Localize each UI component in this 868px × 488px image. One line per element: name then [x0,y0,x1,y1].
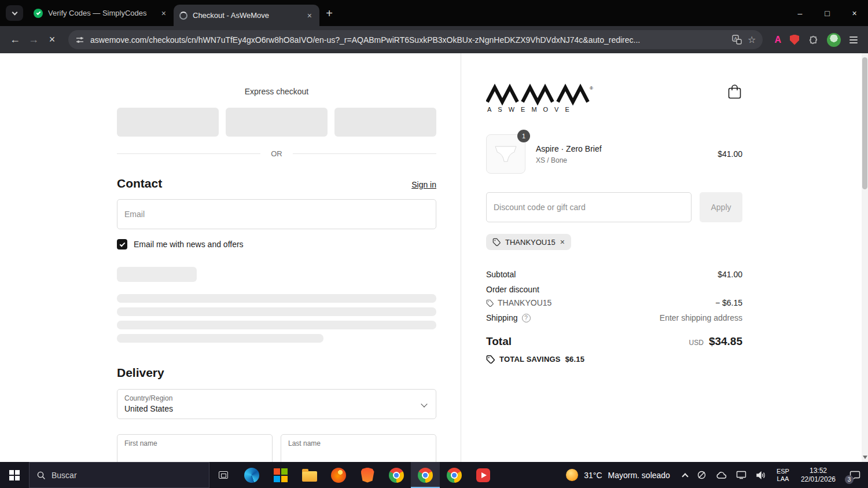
tab-search-button[interactable] [6,5,23,21]
checkout-form-column: Express checkout OR Contact Sign in [0,53,461,462]
tab-title: Verify Codes — SimplyCodes [48,9,155,17]
language-indicator[interactable]: ESP LAA [771,468,795,483]
date: 22/01/2026 [801,475,836,484]
extensions-puzzle-icon[interactable] [808,35,818,45]
discount-code-field[interactable] [486,192,692,222]
bookmark-star-icon[interactable]: ☆ [748,34,756,45]
search-icon [36,471,46,480]
forward-button[interactable]: → [24,31,43,49]
discount-chip-code: THANKYOU15 [505,238,556,247]
notification-count-badge: 3 [845,475,854,484]
taskbar-file-explorer-icon[interactable] [295,462,324,488]
discount-amount: − $6.15 [715,298,742,307]
email-field[interactable] [117,199,436,229]
sign-in-link[interactable]: Sign in [411,180,436,189]
weather-widget[interactable]: 31°C Mayorm. soleado [558,469,678,481]
taskbar-firefox-icon[interactable] [324,462,353,488]
first-name-label: First name [124,439,265,447]
order-summary-column: ® ASWEMOVE 1 [462,53,862,462]
show-hidden-icons-button[interactable] [678,462,692,488]
onedrive-icon[interactable] [711,462,731,488]
volume-icon[interactable] [751,462,771,488]
taskbar-chrome-icon[interactable] [382,462,411,488]
express-button-skeleton[interactable] [334,108,436,137]
taskbar-red-media-app-icon[interactable] [469,462,498,488]
stop-loading-button[interactable]: × [43,31,61,49]
shipping-value: Enter shipping address [660,313,742,322]
network-status-icon[interactable] [692,462,711,488]
express-button-skeleton[interactable] [117,108,219,137]
translate-icon[interactable]: A [732,35,742,45]
discount-code-input[interactable] [494,203,684,212]
loading-spinner-favicon [179,12,187,20]
newsletter-checkbox[interactable] [117,239,127,249]
cart-line-item: 1 Aspire · Zero Brief XS / Bone $41.00 [486,134,742,174]
language-bottom: LAA [777,475,789,483]
taskbar-microsoft-grid-icon[interactable] [266,462,295,488]
savings-value: $6.15 [565,355,585,364]
taskbar-brave-icon[interactable] [353,462,382,488]
task-view-button[interactable] [209,462,237,488]
taskbar-search-box[interactable]: Buscar [29,462,209,488]
extension-a-icon[interactable]: A [774,35,781,45]
loading-skeleton-line [117,321,436,329]
browser-menu-icon[interactable] [849,36,858,43]
or-label: OR [271,149,282,158]
close-window-button[interactable]: × [841,0,868,26]
chevron-up-icon [682,473,688,479]
taskbar-clock[interactable]: 13:52 22/01/2026 [795,467,841,484]
start-button[interactable] [0,462,29,488]
cart-bag-icon[interactable] [727,83,742,100]
screen: Verify Codes — SimplyCodes × Checkout - … [0,0,868,488]
close-tab-icon[interactable]: × [306,11,314,20]
taskbar-chrome-profile-icon[interactable] [440,462,469,488]
product-price: $41.00 [718,149,742,159]
pinned-apps [237,462,498,488]
express-button-skeleton[interactable] [226,108,328,137]
simplycodes-favicon [34,9,43,18]
loading-skeleton-line [117,307,436,316]
product-thumbnail: 1 [486,134,525,174]
tab-simplycodes[interactable]: Verify Codes — SimplyCodes × [28,0,174,26]
url-text[interactable]: aswemove.com/checkouts/cn/hWN7uTfEy4gxO6… [90,35,726,45]
back-button[interactable]: ← [6,31,24,49]
newsletter-label: Email me with news and offers [134,240,244,249]
windows-logo-icon [9,470,20,480]
product-image [492,144,519,164]
country-select[interactable]: Country/Region United States [117,389,436,419]
taskbar-edge-icon[interactable] [237,462,266,488]
remove-discount-icon[interactable]: × [560,237,565,247]
maximize-button[interactable]: □ [814,0,841,26]
weather-desc: Mayorm. soleado [608,471,670,480]
order-discount-label: Order discount [486,285,539,294]
close-tab-icon[interactable]: × [160,9,168,18]
adblock-shield-icon[interactable] [790,35,799,45]
scrollbar-down-arrow[interactable] [863,456,867,459]
savings-label: TOTAL SAVINGS [499,355,561,364]
site-settings-icon[interactable] [75,35,84,45]
notification-center-button[interactable]: 3 [841,462,868,488]
name-fields-row: First name Last name [117,434,436,462]
tab-checkout-active[interactable]: Checkout - AsWeMove × [174,5,319,26]
scrollbar-thumb[interactable] [862,57,867,189]
or-divider: OR [117,149,436,158]
apply-discount-button[interactable]: Apply [700,192,742,222]
minimize-button[interactable]: – [786,0,814,26]
taskbar-chrome-active-icon[interactable] [411,462,440,488]
tag-icon [492,238,501,246]
first-name-field[interactable]: First name [117,434,273,462]
last-name-field[interactable]: Last name [281,434,436,462]
newsletter-row: Email me with news and offers [117,239,436,249]
brand-letters: ASWEMOVE [487,106,576,113]
address-bar[interactable]: aswemove.com/checkouts/cn/hWN7uTfEy4gxO6… [68,30,763,49]
shipping-info-icon[interactable]: ? [522,314,531,322]
check-icon [119,241,125,247]
contact-heading: Contact [117,177,162,190]
system-tray: 31°C Mayorm. soleado ESP LAA 13:52 [558,462,868,488]
email-input[interactable] [124,210,429,219]
display-icon[interactable] [731,462,751,488]
page-scrollbar[interactable] [862,53,868,462]
new-tab-button[interactable]: + [319,3,339,23]
profile-avatar[interactable] [827,33,841,47]
extensions-area: A [774,33,858,47]
